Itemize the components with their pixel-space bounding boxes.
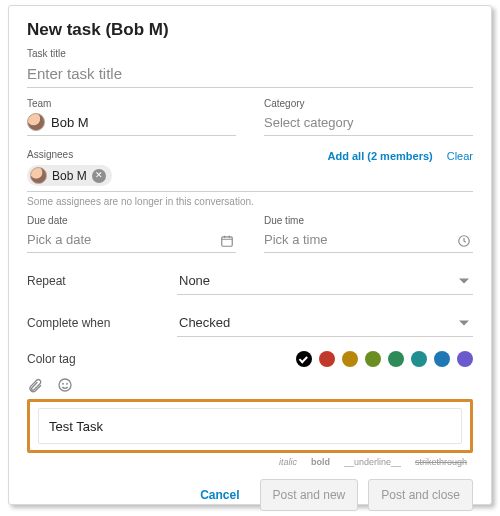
task-title-input[interactable] — [27, 61, 473, 88]
task-title-label: Task title — [27, 48, 473, 59]
category-label: Category — [264, 98, 473, 109]
new-task-modal: New task (Bob M) Task title Team Bob M C… — [8, 5, 492, 505]
description-input[interactable] — [47, 418, 453, 435]
due-date-label: Due date — [27, 215, 236, 226]
cancel-button[interactable]: Cancel — [190, 480, 249, 510]
task-title-section: Task title — [27, 48, 473, 88]
post-and-close-button[interactable]: Post and close — [368, 479, 473, 511]
format-hints: italic bold __underline__ strikethrough — [27, 457, 473, 467]
svg-point-4 — [67, 383, 68, 384]
color-swatch[interactable] — [388, 351, 404, 367]
repeat-select[interactable] — [177, 267, 473, 295]
avatar-icon — [27, 113, 45, 131]
clear-link[interactable]: Clear — [447, 150, 473, 162]
format-strike: strikethrough — [415, 457, 467, 467]
attachment-icon[interactable] — [27, 377, 43, 393]
svg-point-2 — [59, 379, 71, 391]
repeat-label: Repeat — [27, 274, 177, 288]
repeat-value[interactable] — [177, 267, 473, 295]
assignee-chip-name: Bob M — [52, 169, 87, 183]
format-bold: bold — [311, 457, 330, 467]
chevron-down-icon — [459, 321, 469, 326]
complete-when-value[interactable] — [177, 309, 473, 337]
category-input[interactable] — [264, 111, 473, 136]
complete-when-select[interactable] — [177, 309, 473, 337]
color-swatch[interactable] — [457, 351, 473, 367]
team-label: Team — [27, 98, 236, 109]
remove-assignee-icon[interactable]: ✕ — [92, 169, 106, 183]
description-highlight — [27, 399, 473, 453]
color-swatch[interactable] — [296, 351, 312, 367]
chevron-down-icon — [459, 279, 469, 284]
add-all-link[interactable]: Add all (2 members) — [328, 150, 433, 162]
format-italic: italic — [279, 457, 297, 467]
color-swatch[interactable] — [411, 351, 427, 367]
complete-when-label: Complete when — [27, 316, 177, 330]
modal-title: New task (Bob M) — [27, 20, 473, 40]
due-date-section: Due date — [27, 215, 236, 253]
emoji-icon[interactable] — [57, 377, 73, 393]
svg-point-3 — [63, 383, 64, 384]
due-time-input[interactable] — [264, 228, 473, 253]
team-value: Bob M — [51, 115, 89, 130]
color-swatch[interactable] — [365, 351, 381, 367]
color-swatch[interactable] — [319, 351, 335, 367]
assignees-hint: Some assignees are no longer in this con… — [27, 196, 473, 207]
team-field[interactable]: Bob M — [27, 111, 236, 136]
category-section: Category — [264, 98, 473, 136]
color-swatch[interactable] — [342, 351, 358, 367]
format-underline: __underline__ — [344, 457, 401, 467]
due-date-input[interactable] — [27, 228, 236, 253]
assignee-chip: Bob M ✕ — [27, 165, 112, 186]
assignees-field[interactable]: Bob M ✕ — [27, 162, 473, 192]
color-swatches — [177, 351, 473, 367]
team-section: Team Bob M — [27, 98, 236, 136]
post-and-new-button[interactable]: Post and new — [260, 479, 359, 511]
avatar-icon — [30, 167, 47, 184]
color-tag-label: Color tag — [27, 352, 177, 366]
due-time-section: Due time — [264, 215, 473, 253]
color-swatch[interactable] — [434, 351, 450, 367]
due-time-label: Due time — [264, 215, 473, 226]
assignees-label: Assignees — [27, 149, 73, 160]
